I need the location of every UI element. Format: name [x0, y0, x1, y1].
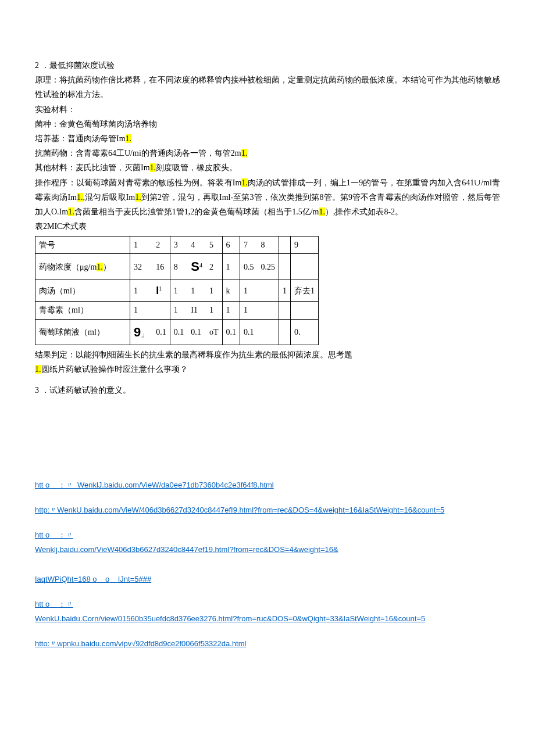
- highlight-6: 1.: [135, 193, 141, 202]
- cell: I1: [152, 280, 170, 302]
- link-3[interactable]: htt ο ：〃 Wenklj.baidu.com/VieW406d3b6627…: [35, 531, 338, 554]
- cell: [279, 302, 291, 319]
- cell: 1: [240, 302, 258, 319]
- sup-4: 4: [199, 263, 202, 269]
- link-block-5: htto:〃wpnku.baidu.com/vipv√92dfd8d9ce2f0…: [35, 636, 500, 651]
- cell: 16: [152, 254, 170, 280]
- link-1a: htt ο: [35, 481, 49, 489]
- link-4a: htt ο: [35, 600, 49, 608]
- other-c: 刻度吸管，橡皮胶头。: [156, 163, 237, 172]
- drug-text: 抗菌药物：含青霉素64工U/mi的普通肉汤各一管，每管2m1.: [35, 146, 500, 160]
- medium-text: 培养基：普通肉汤每管Im1.: [35, 131, 500, 146]
- link-1b: ：〃: [58, 481, 73, 489]
- cell: 1: [170, 280, 187, 302]
- link-block-3: htt ο ：〃 Wenklj.baidu.com/VieW406d3b6627…: [35, 528, 500, 586]
- link-3d1: IaqtWPiQht=168 ο: [35, 575, 97, 583]
- cell: 7: [240, 237, 258, 254]
- spacer: [35, 397, 500, 467]
- cell: 0.1: [170, 319, 187, 345]
- cell-tube-label: 管号: [35, 237, 130, 254]
- cell: [258, 319, 279, 345]
- table-row: 管号 1 2 3 4 5 6 7 8 9: [35, 237, 319, 254]
- link-4b: ：〃: [58, 600, 73, 608]
- cell: 2: [206, 254, 222, 280]
- cell: [258, 280, 279, 302]
- link-4[interactable]: htt ο ：〃 WenkU.baidu.Corn/view/01560b35u…: [35, 600, 425, 623]
- link-3e: ο: [105, 575, 109, 583]
- cell: 1: [240, 280, 258, 302]
- cell: 32: [130, 254, 153, 280]
- strain-text: 菌种：金黄色葡萄球菌肉汤培养物: [35, 117, 500, 131]
- link-3d[interactable]: IaqtWPiQht=168 ο ο IJnt=5###: [35, 575, 151, 583]
- cell: [258, 302, 279, 319]
- highlight-7: 1.: [68, 207, 74, 216]
- highlight-table-1: 1.: [97, 263, 103, 271]
- cell: [291, 254, 319, 280]
- link-3b: ：〃: [58, 531, 73, 539]
- link-3c: Wenklj.baidu.com/VieW406d3b6627d3240c844…: [35, 545, 338, 554]
- link-5[interactable]: htto:〃wpnku.baidu.com/vipv√92dfd8d9ce2f0…: [35, 639, 246, 648]
- question-3: 3 ．试述药敏试验的意义。: [35, 383, 500, 397]
- proc-i: 含菌量相当于麦氏比浊管第1管1,2的金黄色葡萄球菌（相当于1.5亿/m: [74, 207, 319, 216]
- cell: 1: [222, 302, 240, 319]
- proc-e: ,混匀后吸取Im: [83, 193, 135, 202]
- highlight-2: 1.: [241, 149, 248, 157]
- cell: 弃去1: [291, 280, 319, 302]
- cell: 6: [222, 237, 240, 254]
- link-block-2: http:〃WenkU.baidu.com/VieW/406d3b6627d32…: [35, 503, 500, 517]
- drug-text-a: 抗菌药物：含青霉素64工U/mi的普通肉汤各一管，每管2m: [35, 149, 241, 157]
- table-caption: 表2MIC术式表: [35, 219, 500, 234]
- cell: 0.1: [187, 319, 206, 345]
- cell: 0.: [291, 319, 319, 345]
- cell: k: [222, 280, 240, 302]
- glyph-s: S: [191, 259, 199, 274]
- cell: 1: [130, 302, 153, 319]
- question-1: 1.圆纸片药敏试验操作时应注意什么事项？: [35, 362, 500, 377]
- cell: S4: [187, 254, 206, 280]
- sup-1: 1: [159, 285, 162, 292]
- procedure-text: 操作程序：以葡萄球菌对青霉素的敏感性为例。将装有Im1.肉汤的试管排成一列，编上…: [35, 175, 500, 220]
- cell: [279, 254, 291, 280]
- highlight-1: 1.: [126, 134, 132, 143]
- link-4c: WenkU.baidu.Corn/view/01560b35uefdc8d376…: [35, 614, 425, 623]
- cell: 0.1: [152, 319, 170, 345]
- principle-text: 原理：将抗菌药物作倍比稀释，在不同浓度的稀释管内接种被检细菌，定量测定抗菌药物的…: [35, 73, 500, 102]
- cell: 2: [152, 237, 170, 254]
- highlight-5: 1.: [77, 193, 83, 202]
- link-block-1: htt ο ：〃 WenklJ.baidu.com/VieW/da0ee71db…: [35, 478, 500, 492]
- link-3a: htt ο: [35, 531, 49, 539]
- link-block-4: htt ο ：〃 WenkU.baidu.Corn/view/01560b35u…: [35, 597, 500, 626]
- cell: [291, 302, 319, 319]
- cell: 9」: [130, 319, 153, 345]
- cell-penicillin-label: 青霉素（ml）: [35, 302, 130, 319]
- cell: 1: [187, 280, 206, 302]
- link-3f: IJnt=5###: [118, 575, 151, 583]
- cell: 1: [206, 302, 222, 319]
- highlight-q1: 1.: [35, 365, 41, 374]
- link-1[interactable]: htt ο ：〃 WenklJ.baidu.com/VieW/da0ee71db…: [35, 481, 274, 489]
- cell: 8: [258, 237, 279, 254]
- cell: 1: [130, 237, 153, 254]
- table-row: 青霉素（ml） 1 1 I1 1 1 1: [35, 302, 319, 319]
- link-1c: WenklJ.baidu.com/VieW/da0ee71db7360b4c2e…: [77, 481, 274, 489]
- cell: 1: [170, 302, 187, 319]
- proc-a: 操作程序：以葡萄球菌对青霉素的敏感性为例。将装有Im: [35, 178, 241, 187]
- materials-heading: 实验材料：: [35, 102, 500, 117]
- cell: oT: [206, 319, 222, 345]
- result-text: 结果判定：以能抑制细菌生长的抗生素的最高稀释度作为抗生素的最低抑菌浓度。思考题: [35, 347, 500, 362]
- table-row: 药物浓度（μg/m1.） 32 16 8 S4 2 1 0.5 0.25: [35, 254, 319, 280]
- other-materials-text: 其他材料：麦氏比浊管，灭菌Im1.刻度吸管，橡皮胶头。: [35, 160, 500, 175]
- cell: [279, 319, 291, 345]
- cell: 5: [206, 237, 222, 254]
- conc-a: 药物浓度（μg/m: [39, 263, 97, 271]
- cell-staph-label: 葡萄球菌液（ml）: [35, 319, 130, 345]
- mic-table: 管号 1 2 3 4 5 6 7 8 9 药物浓度（μg/m1.） 32 16 …: [35, 236, 319, 345]
- table-row: 葡萄球菌液（ml） 9」 0.1 0.1 0.1 oT 0.1 0.1 0.: [35, 319, 319, 345]
- cell: 1: [222, 254, 240, 280]
- section-2-title: 2 ．最低抑菌浓度试验: [35, 58, 500, 73]
- link-2[interactable]: http:〃WenkU.baidu.com/VieW/406d3b6627d32…: [35, 506, 444, 514]
- cell: [152, 302, 170, 319]
- cell: 1: [130, 280, 153, 302]
- table-row: 肉汤（ml） 1 I1 1 1 1 k 1 1 弃去1: [35, 280, 319, 302]
- highlight-3: 1.: [150, 163, 156, 172]
